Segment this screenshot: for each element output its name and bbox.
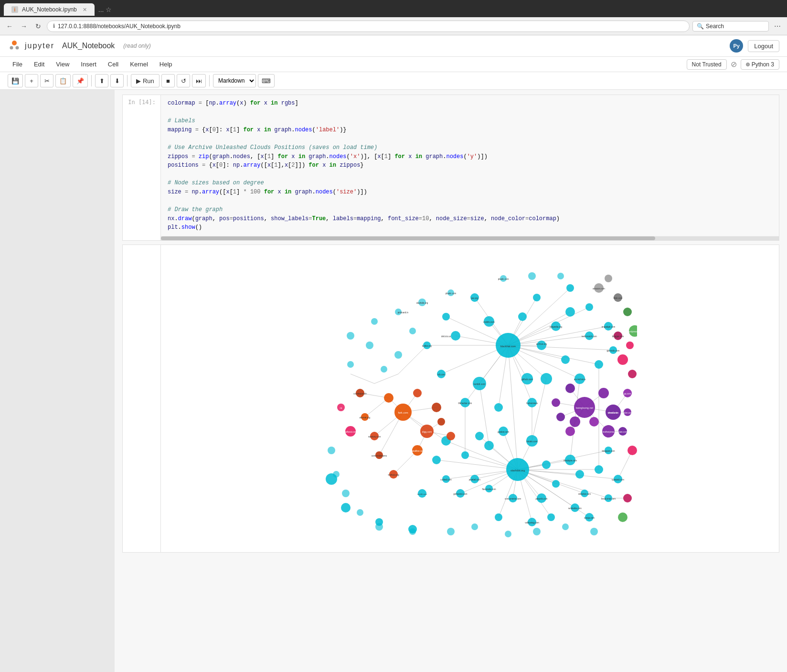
svg-point-195 <box>394 351 402 359</box>
notebook-title[interactable]: AUK_Notebook <box>62 42 115 50</box>
svg-text:ca: ca <box>340 407 342 409</box>
svg-point-184 <box>626 341 634 349</box>
svg-point-177 <box>565 384 575 393</box>
svg-point-2 <box>16 46 19 50</box>
svg-text:github.com: github.com <box>521 378 533 381</box>
code-content[interactable]: colormap = [np.array(x) for x in rgbs] #… <box>161 95 779 236</box>
back-button[interactable]: ← <box>4 21 15 32</box>
menu-help[interactable]: Help <box>155 59 177 70</box>
svg-text:livejournal.com: livejournal.com <box>601 498 616 500</box>
menu-edit[interactable]: Edit <box>29 59 49 70</box>
code-line-size: size = np.array([x[1] * 100 for x in gra… <box>168 188 772 197</box>
svg-text:flavorwire.com: flavorwire.com <box>482 488 496 491</box>
address-bar[interactable]: ℹ 127.0.0.1:8888/notebooks/AUK_Notebook.… <box>47 21 690 32</box>
svg-point-190 <box>623 308 632 316</box>
svg-point-215 <box>471 523 478 530</box>
svg-point-191 <box>618 512 627 522</box>
interrupt-button[interactable]: ■ <box>161 74 175 87</box>
more-tabs-icon[interactable]: ... <box>98 6 104 13</box>
browser-tab-bar: i AUK_Notebook.ipynb ✕ ... ☆ <box>0 0 787 17</box>
menu-insert[interactable]: Insert <box>76 59 101 70</box>
svg-text:huffpost.com: huffpost.com <box>344 431 357 433</box>
svg-point-103 <box>451 331 460 341</box>
cell-type-select[interactable]: Markdown Code Raw <box>213 74 256 87</box>
not-trusted-button[interactable]: Not Trusted <box>687 59 727 70</box>
svg-point-178 <box>598 388 609 398</box>
svg-point-155 <box>432 403 441 412</box>
svg-text:xanga.com: xanga.com <box>584 517 595 519</box>
close-tab-icon[interactable]: ✕ <box>83 7 87 13</box>
menu-cell[interactable]: Cell <box>103 59 123 70</box>
run-button[interactable]: ▶ Run <box>131 74 160 87</box>
keyboard-shortcut-button[interactable]: ⌨ <box>258 74 275 87</box>
forward-button[interactable]: → <box>18 21 30 32</box>
restart-button[interactable]: ↺ <box>177 74 190 87</box>
svg-text:gizmodo.com: gizmodo.com <box>607 350 620 352</box>
browser-navbar: ← → ↻ ℹ 127.0.0.1:8888/notebooks/AUK_Not… <box>0 17 787 35</box>
svg-point-187 <box>623 494 632 502</box>
svg-text:fark.com: fark.com <box>398 411 408 414</box>
menu-view[interactable]: View <box>51 59 74 70</box>
svg-point-199 <box>347 361 354 368</box>
search-text: Search <box>706 23 724 30</box>
cut-cell-button[interactable]: ✂ <box>40 74 53 87</box>
svg-text:slashdot.org: slashdot.org <box>416 302 428 304</box>
svg-text:blogspot.com: blogspot.com <box>602 450 615 452</box>
menu-kernel[interactable]: Kernel <box>125 59 153 70</box>
svg-text:gawker.com: gawker.com <box>498 431 509 433</box>
svg-point-219 <box>590 528 598 535</box>
paste-cell-button[interactable]: 📌 <box>73 74 88 87</box>
svg-text:wonkette.com: wonkette.com <box>568 507 582 510</box>
svg-point-176 <box>552 398 560 407</box>
svg-point-136 <box>575 470 584 479</box>
save-button[interactable]: 💾 <box>8 74 23 87</box>
copy-cell-button[interactable]: 📋 <box>55 74 71 87</box>
svg-point-133 <box>475 432 484 440</box>
bookmark-icon[interactable]: ☆ <box>106 6 112 13</box>
svg-point-1 <box>10 46 13 50</box>
svg-point-119 <box>595 360 603 369</box>
svg-text:counterpunch: counterpunch <box>353 393 367 395</box>
code-line-show: plt.show() <box>168 223 772 232</box>
jupyter-menubar: File Edit View Insert Cell Kernel Help N… <box>0 57 787 72</box>
toolbar-separator-2 <box>127 75 128 86</box>
notebook-content: In [14]: colormap = [np.array(x) for x i… <box>0 90 787 672</box>
svg-text:plastic.com: plastic.com <box>446 292 457 295</box>
svg-text:theatlantic: theatlantic <box>608 412 618 414</box>
search-icon: 🔍 <box>697 23 704 30</box>
logout-button[interactable]: Logout <box>748 40 779 52</box>
search-bar[interactable]: 🔍 Search <box>692 21 769 32</box>
code-scrollbar[interactable] <box>161 236 779 240</box>
svg-text:blackhat.com: blackhat.com <box>500 345 516 348</box>
svg-text:jezebel.com: jezebel.com <box>468 479 480 481</box>
svg-text:techcrunch.com: techcrunch.com <box>582 335 597 338</box>
kernel-badge: Python 3 <box>741 59 779 70</box>
more-options-button[interactable]: ⋯ <box>772 21 783 32</box>
svg-text:jalopnik.com: jalopnik.com <box>535 498 547 500</box>
add-cell-button[interactable]: + <box>25 74 38 87</box>
security-icon: ℹ <box>53 23 55 29</box>
svg-text:io9.com: io9.com <box>437 373 445 376</box>
menu-file[interactable]: File <box>8 59 27 70</box>
jupyter-header-right: Py Logout <box>730 39 779 53</box>
refresh-button[interactable]: ↻ <box>32 21 44 32</box>
svg-point-158 <box>437 418 445 426</box>
svg-point-115 <box>533 294 541 301</box>
svg-point-186 <box>627 446 637 455</box>
svg-point-100 <box>537 341 546 350</box>
svg-point-200 <box>347 332 354 340</box>
svg-point-217 <box>533 528 541 535</box>
svg-point-132 <box>461 451 469 459</box>
move-down-button[interactable]: ⬇ <box>110 74 124 87</box>
svg-text:slashdot.org: slashdot.org <box>510 469 525 472</box>
browser-tab[interactable]: i AUK_Notebook.ipynb ✕ <box>4 3 95 16</box>
toolbar-separator-3 <box>209 75 210 86</box>
code-line-positions: positions = {x[0]: np.array([x[1],x[2]])… <box>168 161 772 170</box>
move-up-button[interactable]: ⬆ <box>95 74 108 87</box>
cell-prompt: In [14]: <box>123 95 161 240</box>
svg-text:gothamist.com: gothamist.com <box>453 493 468 495</box>
svg-point-183 <box>628 370 637 378</box>
svg-point-109 <box>494 403 503 412</box>
restart-run-button[interactable]: ⏭ <box>192 74 206 87</box>
graph-output-cell: blackhat.com slashdot.org tumblr.com git… <box>122 245 779 553</box>
